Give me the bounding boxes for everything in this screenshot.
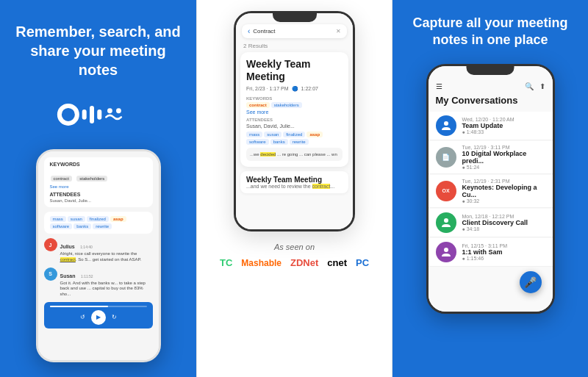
phone-right-mockup: ☰ 🔍 ⬆ My Conversations xyxy=(426,64,555,314)
phone-right-notch xyxy=(467,66,514,75)
person-icon-4 xyxy=(441,247,451,257)
conv-name-1: 10 Digital Workplace predi... xyxy=(462,150,545,165)
conv-duration-0: ● 1:48:33 xyxy=(462,129,545,134)
conv-name-2: Keynotes: Developing a Cu... xyxy=(462,184,545,198)
t-finalized: finalized xyxy=(283,132,305,137)
second-result-title: Weekly Team Meeting xyxy=(246,176,343,184)
conv-duration-4: ● 1:15:46 xyxy=(462,256,545,261)
header-actions: 🔍 ⬆ xyxy=(525,82,545,90)
conv-info-1: Tue, 12/19 · 3:11 PM 10 Digital Workplac… xyxy=(462,145,545,170)
cnet-logo: cnet xyxy=(327,257,347,268)
message-susan: S Susan 1:11:52 Got it. And with the ban… xyxy=(44,268,153,298)
highlight-contract: contract xyxy=(60,257,76,262)
phone-middle-mockup: ‹ Contract ✕ 2 Results Weekly Team Meeti… xyxy=(234,11,355,231)
see-more-mid[interactable]: See more xyxy=(246,109,343,115)
keywords-section: KEYWORDS contract stakeholders See more xyxy=(246,96,343,115)
playback-controls: ↺ ▶ ↻ xyxy=(50,310,147,325)
right-header-title: Capture all your meeting notes in one pl… xyxy=(404,15,577,49)
search-bar[interactable]: ‹ Contract ✕ xyxy=(242,24,347,38)
app-logo xyxy=(54,94,143,134)
mashable-logo: Mashable xyxy=(241,258,282,268)
phone-left-mockup: KEYWORDS contract stakeholders See more … xyxy=(36,149,161,362)
forward-icon[interactable]: ↻ xyxy=(112,314,117,320)
back-arrow-icon[interactable]: ‹ xyxy=(248,27,250,35)
tag-stakeholders: stakeholders xyxy=(76,176,107,182)
rewind-icon[interactable]: ↺ xyxy=(80,314,85,320)
hamburger-icon[interactable]: ☰ xyxy=(436,82,442,90)
tag-contract: contract xyxy=(51,176,72,182)
progress-track[interactable] xyxy=(50,306,147,307)
kw-contract: contract xyxy=(246,102,270,108)
attendees-text: Susan, David, Julie... xyxy=(50,198,147,203)
conv-item-0[interactable]: Wed, 12/20 · 11:20 AM Team Update ● 1:48… xyxy=(429,112,553,140)
as-seen-on-section: As seen on TC Mashable ZDNet cnet PC xyxy=(220,243,369,268)
conv-avatar-2: OX xyxy=(436,181,456,201)
conv-duration-2: ● 30:32 xyxy=(462,198,545,204)
play-button[interactable]: ▶ xyxy=(91,310,106,325)
att-label: ATTENDEES xyxy=(246,118,343,122)
conv-info-2: Tue, 12/19 · 2:31 PM Keynotes: Developin… xyxy=(462,179,545,204)
t-susan: susan xyxy=(264,132,282,137)
share-icon[interactable]: ⬆ xyxy=(539,82,545,90)
person-icon-3 xyxy=(441,218,451,228)
conv-date-0: Wed, 12/20 · 11:20 AM xyxy=(462,117,545,122)
conv-info-0: Wed, 12/20 · 11:20 AM Team Update ● 1:48… xyxy=(462,117,545,134)
second-result[interactable]: Weekly Team Meeting ...and we need to re… xyxy=(240,171,348,193)
conv-date-2: Tue, 12/19 · 2:31 PM xyxy=(462,179,545,184)
kw-label: KEYWORDS xyxy=(246,96,343,101)
conv-item-2[interactable]: OX Tue, 12/19 · 2:31 PM Keynotes: Develo… xyxy=(429,175,553,208)
second-highlight: contract xyxy=(312,184,331,189)
logo-area xyxy=(54,94,143,134)
time-susan: 1:11:52 xyxy=(81,274,93,279)
avatar-julius: J xyxy=(44,238,57,251)
text-susan: Got it. And with the banks w... to take … xyxy=(60,281,153,298)
svg-rect-1 xyxy=(82,109,86,120)
conv-avatar-0 xyxy=(436,115,456,136)
kw-stakeholders: stakeholders xyxy=(271,102,302,108)
conv-item-1[interactable]: 📄 Tue, 12/19 · 3:11 PM 10 Digital Workpl… xyxy=(429,141,553,174)
results-count: 2 Results xyxy=(236,43,353,52)
progress-fill xyxy=(50,306,108,307)
see-more-link[interactable]: See more xyxy=(50,184,147,189)
conv-date-4: Fri, 12/15 · 3:11 PM xyxy=(462,243,545,248)
mic-fab-button[interactable]: 🎤 xyxy=(520,271,542,293)
tag-banks: banks xyxy=(74,223,91,229)
playback-bar[interactable]: ↺ ▶ ↻ xyxy=(44,302,153,328)
attendees-label: ATTENDEES xyxy=(50,192,147,197)
transcript-excerpt: ...we decided ... re going ... can pleas… xyxy=(246,148,343,161)
conv-date-1: Tue, 12/19 · 3:11 PM xyxy=(462,145,545,150)
panel-left: Remember, search, and share your meeting… xyxy=(0,0,196,377)
extra-tags: mass susan finalized asap software banks… xyxy=(246,132,343,145)
clear-search-icon[interactable]: ✕ xyxy=(336,28,341,35)
tags-row: contract stakeholders xyxy=(246,102,343,108)
left-tagline: Remember, search, and share your meeting… xyxy=(15,22,182,79)
conv-avatar-4 xyxy=(436,242,456,262)
svg-rect-3 xyxy=(97,109,101,120)
search-icon[interactable]: 🔍 xyxy=(525,82,534,90)
panel-right: Capture all your meeting notes in one pl… xyxy=(392,0,588,377)
svg-point-5 xyxy=(116,108,121,113)
tag-asap: asap xyxy=(110,216,126,222)
tag-software: software xyxy=(50,223,73,229)
tag-finalized: finalized xyxy=(87,216,109,222)
tc-logo: TC xyxy=(220,257,232,268)
keywords-label: KEYWORDS xyxy=(50,162,147,167)
t-banks: banks xyxy=(270,139,288,145)
svg-point-7 xyxy=(444,218,448,223)
conv-name-4: 1:1 with Sam xyxy=(462,248,545,256)
conv-duration-3: ● 34:18 xyxy=(462,226,545,231)
conv-item-4[interactable]: Fri, 12/15 · 3:11 PM 1:1 with Sam ● 1:15… xyxy=(429,238,553,267)
meeting-card[interactable]: Weekly Team Meeting Fri, 2/23 · 1:17 PM … xyxy=(240,52,348,167)
t-asap: asap xyxy=(306,132,323,137)
excerpt-highlight: decided xyxy=(260,152,276,157)
time-julius: 1:14:40 xyxy=(80,245,93,249)
meeting-meta: Fri, 2/23 · 1:17 PM 🔵 1:22:07 xyxy=(246,86,343,92)
conv-item-3[interactable]: Mon, 12/18 · 12:12 PM Client Discovery C… xyxy=(429,209,553,237)
media-logos: TC Mashable ZDNet cnet PC xyxy=(220,257,369,268)
panel-middle: ‹ Contract ✕ 2 Results Weekly Team Meeti… xyxy=(196,0,392,377)
t-software: software xyxy=(246,139,269,145)
svg-point-6 xyxy=(444,121,448,126)
svg-point-0 xyxy=(59,106,76,123)
meeting-title: Weekly Team Meeting xyxy=(246,58,343,83)
meeting-duration: 1:22:07 xyxy=(301,86,318,91)
